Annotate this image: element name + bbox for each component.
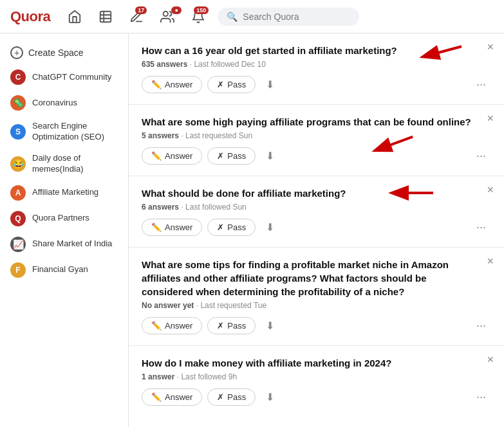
question-actions-4: ✏️ Answer ✗ Pass ⬇ ··· — [142, 316, 491, 335]
quora-logo: Quora — [10, 8, 50, 25]
pass-button-1[interactable]: ✗ Pass — [207, 76, 256, 93]
create-space-label: Create Space — [28, 48, 84, 58]
sidebar-item-memes[interactable]: 😂 Daily dose of memes(India) — [0, 148, 128, 180]
plus-icon: + — [10, 46, 23, 59]
answer-count-3: 6 answers — [142, 203, 179, 212]
edit-nav-icon[interactable]: 17 — [125, 5, 148, 28]
answer-button-2[interactable]: ✏️ Answer — [142, 147, 202, 165]
meta-date-2: Last requested Sun — [185, 131, 252, 140]
sidebar-label-coronavirus: Coronavirus — [32, 98, 77, 109]
close-button-4[interactable]: × — [487, 255, 494, 267]
question-title-4: What are some tips for finding a profita… — [142, 258, 472, 298]
close-button-1[interactable]: × — [487, 41, 494, 53]
pass-x-icon-3: ✗ — [217, 223, 224, 232]
answer-count-1: 635 answers — [142, 60, 187, 69]
meta-date-5: Last followed 9h — [181, 372, 237, 381]
avatar-affiliate: A — [10, 185, 26, 201]
downvote-button-2[interactable]: ⬇ — [261, 147, 279, 165]
question-card-4: × What are some tips for finding a profi… — [129, 248, 504, 346]
question-actions-1: ✏️ Answer ✗ Pass ⬇ ··· — [142, 75, 491, 94]
sidebar-item-affiliate[interactable]: A Affiliate Marketing — [0, 180, 128, 206]
downvote-button-3[interactable]: ⬇ — [261, 219, 279, 236]
sidebar-label-chatgpt: ChatGPT Community — [32, 72, 111, 83]
downvote-button-5[interactable]: ⬇ — [261, 388, 279, 406]
search-bar[interactable]: 🔍 — [218, 8, 359, 26]
red-arrow-3 — [388, 181, 440, 204]
close-button-5[interactable]: × — [487, 354, 494, 365]
sidebar-item-financial[interactable]: F Financial Gyan — [0, 257, 128, 283]
search-input[interactable] — [243, 12, 350, 22]
red-arrow-2 — [369, 131, 420, 156]
answer-pencil-icon-2: ✏️ — [151, 151, 162, 161]
downvote-button-4[interactable]: ⬇ — [261, 317, 279, 334]
pass-button-2[interactable]: ✗ Pass — [207, 147, 256, 165]
question-card-5: × How do I make money with affiliate mar… — [129, 346, 504, 417]
main-layout: + Create Space C ChatGPT Community 🦠 Cor… — [0, 33, 504, 427]
avatar-memes: 😂 — [10, 156, 26, 172]
more-button-1[interactable]: ··· — [471, 75, 491, 94]
question-meta-3: 6 answers · Last followed Sun — [142, 203, 491, 212]
close-button-3[interactable]: × — [487, 184, 494, 195]
notifications-nav-icon[interactable]: 150 — [187, 5, 210, 28]
answer-pencil-icon-4: ✏️ — [151, 321, 162, 331]
meta-date-3: Last followed Sun — [185, 203, 247, 212]
pass-x-icon-4: ✗ — [217, 321, 224, 331]
answer-pencil-icon-3: ✏️ — [151, 223, 162, 232]
question-title-5: How do I make money with affiliate marke… — [142, 356, 472, 370]
sidebar-label-memes: Daily dose of memes(India) — [32, 153, 118, 175]
more-button-2[interactable]: ··· — [471, 147, 491, 165]
feed-nav-icon[interactable] — [94, 5, 117, 28]
home-nav-icon[interactable] — [63, 5, 86, 28]
pass-x-icon-5: ✗ — [217, 392, 224, 402]
question-card-3: × What should be done for affiliate mark… — [129, 176, 504, 248]
avatar-seo: S — [10, 124, 26, 140]
sidebar-label-quora-partners: Quora Partners — [32, 213, 89, 224]
svg-point-4 — [163, 11, 168, 15]
answer-button-4[interactable]: ✏️ Answer — [142, 317, 202, 334]
meta-date-1: Last followed Dec 10 — [194, 60, 265, 69]
more-button-3[interactable]: ··· — [471, 218, 491, 237]
close-button-2[interactable]: × — [487, 113, 494, 124]
people-nav-icon[interactable]: ● — [156, 5, 179, 28]
svg-rect-0 — [100, 11, 111, 22]
answer-count-5: 1 answer — [142, 372, 174, 381]
answer-button-3[interactable]: ✏️ Answer — [142, 219, 202, 236]
answer-count-4: No answer yet — [142, 301, 194, 310]
search-icon: 🔍 — [227, 12, 238, 22]
more-button-5[interactable]: ··· — [471, 388, 491, 406]
answer-pencil-icon-1: ✏️ — [151, 80, 162, 89]
sidebar-item-seo[interactable]: S Search Engine Optimization (SEO) — [0, 116, 128, 148]
avatar-financial: F — [10, 262, 26, 278]
question-actions-2: ✏️ Answer ✗ Pass ⬇ ··· — [142, 147, 491, 165]
pass-button-5[interactable]: ✗ Pass — [207, 388, 256, 406]
questions-content: × How can a 16 year old get started in a… — [129, 33, 504, 427]
sidebar-item-coronavirus[interactable]: 🦠 Coronavirus — [0, 90, 128, 116]
answer-button-5[interactable]: ✏️ Answer — [142, 388, 202, 406]
question-actions-3: ✏️ Answer ✗ Pass ⬇ ··· — [142, 218, 491, 237]
edit-badge: 17 — [135, 6, 147, 14]
downvote-button-1[interactable]: ⬇ — [261, 76, 279, 93]
sidebar-label-seo: Search Engine Optimization (SEO) — [32, 121, 118, 143]
svg-line-6 — [377, 137, 413, 150]
question-card-1: × How can a 16 year old get started in a… — [129, 33, 504, 105]
sidebar-item-share-market[interactable]: 📈 Share Market of India — [0, 232, 128, 257]
avatar-share-market: 📈 — [10, 237, 26, 252]
meta-date-4: Last requested Tue — [200, 301, 266, 310]
create-space-button[interactable]: + Create Space — [0, 41, 128, 64]
sidebar-item-quora-partners[interactable]: Q Quora Partners — [0, 206, 128, 232]
more-button-4[interactable]: ··· — [471, 316, 491, 335]
people-badge: ● — [171, 6, 182, 14]
red-arrow-1 — [417, 39, 469, 64]
avatar-coronavirus: 🦠 — [10, 95, 26, 111]
pass-button-3[interactable]: ✗ Pass — [207, 219, 256, 236]
answer-count-2: 5 answers — [142, 131, 179, 140]
question-meta-4: No answer yet · Last requested Tue — [142, 301, 491, 310]
question-card-2: × What are some high paying affiliate pr… — [129, 105, 504, 176]
sidebar-item-chatgpt[interactable]: C ChatGPT Community — [0, 64, 128, 90]
answer-button-1[interactable]: ✏️ Answer — [142, 76, 202, 93]
sidebar-label-affiliate: Affiliate Marketing — [32, 187, 98, 198]
sidebar: + Create Space C ChatGPT Community 🦠 Cor… — [0, 33, 129, 427]
svg-line-5 — [424, 46, 462, 57]
pass-button-4[interactable]: ✗ Pass — [207, 317, 256, 334]
avatar-quora-partners: Q — [10, 211, 26, 226]
